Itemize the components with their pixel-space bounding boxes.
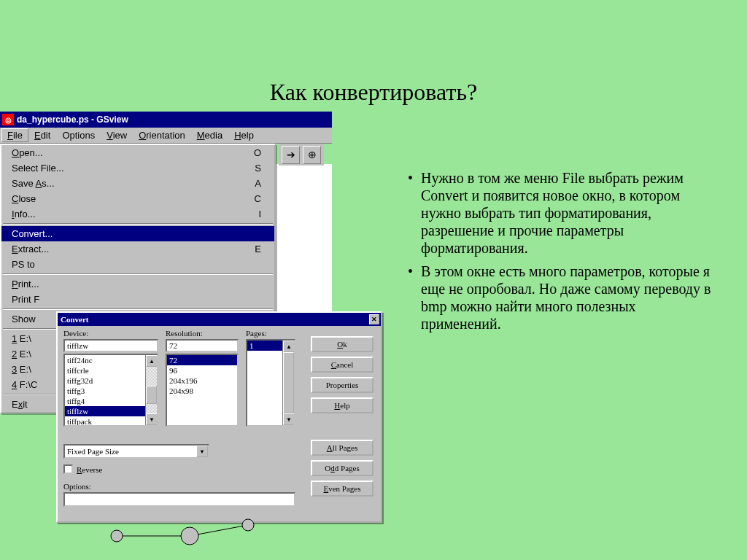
list-item[interactable]: tiffpack [65,416,157,427]
list-item[interactable]: tifflzw [65,406,157,416]
svg-point-4 [242,519,254,531]
menu-info[interactable]: Info...I [1,206,274,222]
list-item[interactable]: 96 [167,365,237,376]
bullet-2: В этом окне есть много параметров, котор… [421,262,714,332]
list-item[interactable]: tiffg4 [65,396,157,406]
close-icon[interactable]: ✕ [369,314,379,324]
properties-button[interactable]: Properties [311,377,374,393]
list-item[interactable]: 204x196 [167,376,237,386]
resolution-label: Resolution: [166,329,239,338]
scroll-up-icon[interactable]: ▲ [146,355,158,367]
convert-dialog: Convert ✕ Device: tiff24nc tiffcrle tiff… [56,311,382,523]
resolution-listbox[interactable]: 72 96 204x196 204x98 [166,354,239,427]
scroll-up-icon[interactable]: ▲ [283,341,295,352]
menu-ps-to[interactable]: PS to [1,257,274,272]
cancel-button[interactable]: Cancel [311,357,374,373]
app-window: ◎ da_hypercube.ps - GSview File Edit Opt… [0,112,332,144]
list-item[interactable]: tiffg32d [65,376,157,386]
separator [3,308,273,310]
graph-decoration [102,518,285,554]
arrow-right-icon[interactable]: ➔ [282,146,300,164]
svg-point-2 [111,530,123,542]
separator [3,223,273,225]
menu-edit[interactable]: Edit [28,128,56,142]
dialog-title: Convert [61,315,89,324]
scroll-down-icon[interactable]: ▼ [283,413,295,425]
scrollbar[interactable]: ▲ ▼ [282,341,294,425]
odd-pages-button[interactable]: Odd Pages [311,460,374,476]
window-title: da_hypercube.ps - GSview [17,114,128,125]
menu-help[interactable]: Help [228,128,260,142]
pages-label: Pages: [246,329,295,338]
menu-print[interactable]: Print... [1,276,274,292]
help-button[interactable]: Help [311,397,374,413]
list-item[interactable]: 204x98 [167,386,237,396]
ok-button[interactable]: Ok [311,336,374,352]
options-label: Options: [63,482,91,491]
menu-options[interactable]: Options [56,128,101,142]
menu-extract[interactable]: Extract...E [1,241,274,257]
app-icon: ◎ [2,114,14,125]
zoom-in-icon[interactable]: ⊕ [303,146,321,164]
bullet-1: Нужно в том же меню File выбрать режим C… [421,169,714,257]
menu-file[interactable]: File [1,128,28,142]
menu-open[interactable]: Open...O [1,145,274,160]
menu-print-f[interactable]: Print F [1,292,274,307]
menu-media[interactable]: Media [191,128,228,142]
svg-point-3 [181,527,198,545]
menu-save-as[interactable]: Save As...A [1,176,274,191]
scrollbar[interactable]: ▲ ▼ [145,355,157,425]
scroll-down-icon[interactable]: ▼ [146,413,158,425]
menu-close[interactable]: CloseC [1,191,274,206]
resolution-input[interactable] [166,339,239,352]
device-label: Device: [63,329,158,338]
pages-listbox[interactable]: 1 ▲ ▼ [246,339,295,427]
list-item[interactable]: 72 [167,355,237,365]
even-pages-button[interactable]: Even Pages [311,481,374,497]
reverse-checkbox[interactable]: Reverse [63,464,102,474]
options-input[interactable] [63,492,295,507]
list-item[interactable]: tiffcrle [65,365,157,376]
page-size-combo[interactable]: Fixed Page Size ▼ [63,444,209,459]
menu-convert[interactable]: Convert... [1,226,274,241]
checkbox-icon[interactable] [63,464,73,474]
toolbar: ➔ ⊕ [279,144,324,166]
separator [3,273,273,275]
dialog-titlebar: Convert ✕ [58,313,381,326]
menubar: File Edit Options View Orientation Media… [0,128,332,144]
titlebar: ◎ da_hypercube.ps - GSview [0,112,332,128]
menu-select-file[interactable]: Select File...S [1,160,274,176]
list-item[interactable]: tiff24nc [65,355,157,365]
chevron-down-icon[interactable]: ▼ [196,446,208,457]
device-listbox[interactable]: tiff24nc tiffcrle tiffg32d tiffg3 tiffg4… [63,354,158,427]
device-input[interactable] [63,339,158,352]
slide-body: •Нужно в том же меню File выбрать режим … [408,169,714,338]
menu-orientation[interactable]: Orientation [133,128,191,142]
list-item[interactable]: tiffg3 [65,386,157,396]
menu-view[interactable]: View [101,128,133,142]
slide-title: Как конвертировать? [0,0,747,106]
all-pages-button[interactable]: All Pages [311,440,374,456]
